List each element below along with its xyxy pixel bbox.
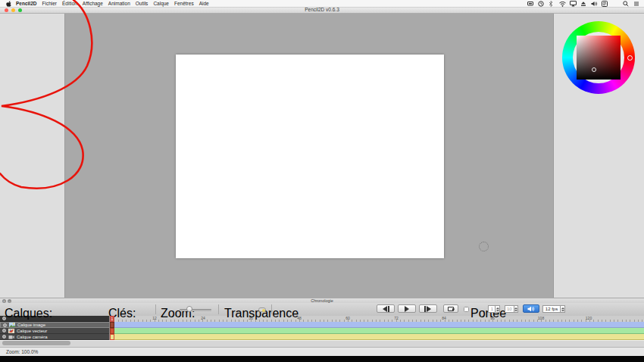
eye-icon[interactable] bbox=[2, 335, 6, 339]
volume-icon[interactable] bbox=[591, 1, 597, 7]
range-end-value[interactable]: 10 bbox=[505, 305, 514, 313]
saturation-value-square[interactable] bbox=[577, 36, 621, 80]
timeline-zoom-slider-thumb[interactable] bbox=[186, 306, 192, 312]
bitmap-layer-icon bbox=[9, 323, 15, 327]
menu-item-aide[interactable]: Aide bbox=[199, 1, 209, 6]
ruler-label: 24 bbox=[198, 316, 208, 320]
window-title: Pencil2D v0.6.3 bbox=[0, 7, 644, 13]
play-button[interactable] bbox=[398, 304, 416, 313]
menu-item-edition[interactable]: Édition bbox=[62, 1, 77, 6]
timeline-divider bbox=[109, 316, 110, 340]
ruler-label: 12 bbox=[149, 316, 160, 320]
brush-cursor bbox=[479, 242, 489, 251]
loop-button[interactable] bbox=[443, 304, 458, 313]
apple-menu-icon[interactable] bbox=[6, 1, 11, 7]
ruler-label: 120 bbox=[583, 316, 594, 320]
sound-toggle-button[interactable] bbox=[523, 304, 539, 313]
keyframe-cell-image[interactable] bbox=[110, 322, 114, 328]
track-image[interactable] bbox=[110, 322, 644, 328]
range-start-value[interactable]: 1 bbox=[488, 305, 496, 313]
menu-item-fenetres[interactable]: Fenêtres bbox=[174, 1, 194, 6]
menu-item-fichier[interactable]: Fichier bbox=[42, 1, 57, 6]
eject-icon[interactable] bbox=[580, 1, 586, 7]
pencil2d-app: Pencil2D Fichier Édition Affichage Anima… bbox=[0, 0, 644, 362]
menu-item-animation[interactable]: Animation bbox=[108, 1, 130, 6]
bottom-black-strip bbox=[0, 356, 644, 362]
track-vecteur[interactable] bbox=[110, 328, 644, 334]
keyframe-cell-vecteur[interactable] bbox=[110, 328, 114, 334]
playhead[interactable]: 1 bbox=[110, 316, 114, 322]
ruler-label: 84 bbox=[439, 316, 449, 320]
time-machine-icon[interactable] bbox=[538, 1, 544, 7]
timeline-zoom-slider[interactable] bbox=[180, 309, 211, 311]
spotlight-icon[interactable] bbox=[623, 1, 629, 7]
bluetooth-icon[interactable] bbox=[549, 1, 555, 7]
camera-layer-icon bbox=[8, 335, 14, 339]
next-frame-icon bbox=[424, 306, 433, 312]
range-start-spinbox[interactable]: 1 bbox=[488, 305, 500, 313]
sound-icon bbox=[527, 306, 535, 312]
range-end-spinbox[interactable]: 10 bbox=[505, 305, 518, 313]
fps-value[interactable]: 12 fps bbox=[542, 305, 561, 313]
menu-item-app[interactable]: Pencil2D bbox=[16, 1, 36, 6]
notification-center-icon[interactable] bbox=[633, 1, 639, 7]
layer-row-vecteur[interactable]: Calque vecteur bbox=[0, 328, 110, 334]
window-title-bar[interactable]: Pencil2D v0.6.3 bbox=[0, 7, 644, 14]
input-source-icon[interactable] bbox=[602, 1, 608, 7]
track-camera[interactable] bbox=[110, 334, 644, 340]
zoom-status-text: Zoom: 100.0% bbox=[6, 349, 38, 354]
timeline-horizontal-scrollbar[interactable] bbox=[2, 341, 70, 345]
portee-checkbox[interactable] bbox=[464, 307, 469, 312]
play-icon bbox=[404, 306, 410, 312]
loop-icon bbox=[447, 306, 455, 312]
fps-spinbox[interactable]: 12 fps bbox=[542, 305, 565, 313]
layer-name: Calque vecteur bbox=[17, 329, 47, 333]
layer-row-image[interactable]: Calque image bbox=[0, 322, 110, 328]
eye-icon[interactable] bbox=[3, 323, 7, 327]
drawing-canvas[interactable] bbox=[176, 55, 444, 258]
hue-ring-selector[interactable] bbox=[627, 55, 633, 61]
calques-label: Calques: bbox=[5, 307, 52, 320]
transparence-toggle-icon[interactable] bbox=[258, 307, 266, 312]
vector-layer-icon bbox=[8, 329, 14, 333]
ruler-label: 60 bbox=[342, 316, 353, 320]
display-icon[interactable] bbox=[527, 1, 533, 7]
next-frame-button[interactable] bbox=[419, 304, 437, 313]
menu-item-calque[interactable]: Calque bbox=[153, 1, 169, 6]
status-bar: Zoom: 100.0% bbox=[0, 347, 644, 356]
layer-row-camera[interactable]: Calque caméra bbox=[0, 334, 110, 340]
left-dock bbox=[0, 13, 65, 298]
ruler-label: 108 bbox=[536, 316, 546, 320]
menu-item-outils[interactable]: Outils bbox=[136, 1, 148, 6]
menu-item-affichage[interactable]: Affichage bbox=[83, 1, 103, 6]
previous-frame-icon bbox=[381, 306, 390, 312]
eye-icon[interactable] bbox=[2, 329, 6, 332]
airplay-icon[interactable] bbox=[570, 1, 576, 7]
sv-square-selector[interactable] bbox=[592, 67, 596, 72]
wifi-icon[interactable] bbox=[559, 1, 565, 7]
keyframe-cell-camera[interactable] bbox=[110, 334, 114, 340]
ruler-label: 72 bbox=[391, 316, 402, 320]
layer-name: Calque image bbox=[17, 323, 45, 327]
previous-frame-button[interactable] bbox=[377, 304, 395, 313]
menu-bar: Pencil2D Fichier Édition Affichage Anima… bbox=[0, 0, 644, 8]
layer-name: Calque caméra bbox=[17, 335, 48, 339]
